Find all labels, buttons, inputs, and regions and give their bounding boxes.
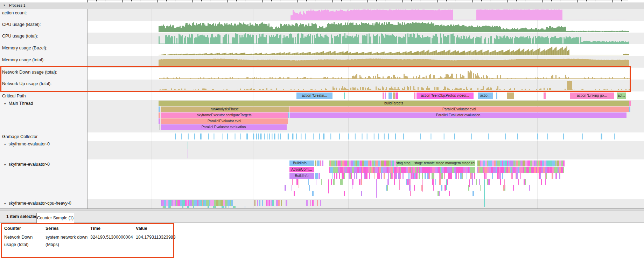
track-label-text: CPU usage (Bazel):	[2, 22, 41, 27]
timeline-span[interactable]: action 'GenObjcProtos video/...	[416, 93, 474, 99]
track-label[interactable]: ▾skyframe-evaluator-0	[4, 142, 50, 146]
collapse-triangle-icon[interactable]: ▾	[4, 202, 6, 205]
timeline-span[interactable]: action 'Linking go...	[570, 93, 614, 99]
collapse-triangle-icon[interactable]: ▾	[4, 2, 5, 8]
cell-counter: Network Down usage (total)	[4, 234, 43, 248]
timeline-span[interactable]: runAnalysisPhase	[161, 107, 289, 112]
track-label[interactable]: action count:	[2, 11, 27, 15]
bottom-tab-bar: 1 item selected. Counter Sample (1)	[0, 211, 644, 223]
timeline-span[interactable]: BuildInfo ...	[289, 160, 314, 166]
timeline-span-sliver[interactable]	[383, 93, 384, 99]
timeline-span[interactable]: buildTargets	[159, 101, 629, 106]
track-label[interactable]: CPU usage (Bazel):	[2, 22, 41, 27]
cell-series: system network down (Mbps)	[46, 234, 88, 248]
timeline-span-sliver[interactable]	[629, 107, 630, 112]
timeline-span-sliver[interactable]	[414, 93, 415, 99]
tab-counter-sample[interactable]: Counter Sample (1)	[36, 213, 74, 224]
cell-value: 184.1793113323983	[136, 234, 173, 241]
timeline-span[interactable]: Parallel Evaluator evaluation	[161, 124, 287, 130]
column-header-counter: Counter	[4, 226, 43, 231]
timeline-span[interactable]: ParallelEvaluator.eval	[289, 107, 629, 112]
panel-splitter[interactable]	[0, 208, 644, 211]
timeline-span-sliver[interactable]	[159, 112, 160, 118]
timeline-span-sliver[interactable]	[320, 160, 321, 166]
track-label-text: skyframe-evaluator-0	[9, 142, 50, 146]
timeline-span[interactable]: action 'Creatin...	[296, 93, 332, 99]
timeline-span-sliver[interactable]	[385, 93, 386, 99]
tab-counter-sample-label: Counter Sample (1)	[37, 215, 74, 220]
track-label[interactable]: Memory usage (Bazel):	[2, 46, 47, 50]
track-label-text: CPU usage (total):	[2, 34, 38, 39]
process-group-header[interactable]: ▾ Process 1	[0, 2, 644, 9]
timeline-span-sliver[interactable]	[159, 107, 160, 112]
track-label-text: action count:	[2, 11, 27, 15]
selection-status: 1 item selected.	[6, 214, 39, 219]
timeline-span[interactable]: stag.stag... stage.remote.stage.managem.…	[396, 160, 475, 166]
track-label-text: Network Up usage (total):	[2, 81, 52, 86]
column-header-value: Value	[136, 226, 173, 231]
track-label-text: Memory usage (Bazel):	[2, 46, 47, 50]
table-header-divider	[2, 233, 172, 233]
track-label[interactable]: Critical Path	[2, 94, 26, 98]
timeline-span-sliver[interactable]	[393, 93, 395, 99]
track-label[interactable]: Network Down usage (total):	[2, 70, 57, 75]
track-label[interactable]: ▾Main Thread	[4, 101, 33, 106]
track-label-text: skyframe-evaluator-cpu-heavy-0	[9, 201, 71, 206]
track-label-text: Memory usage (total):	[2, 57, 45, 62]
track-label[interactable]: Memory usage (total):	[2, 57, 45, 62]
track-label[interactable]: ▾skyframe-evaluator-0	[4, 162, 50, 167]
track-label[interactable]: ▾skyframe-evaluator-cpu-heavy-0	[4, 201, 71, 206]
timeline-span-sliver[interactable]	[629, 101, 631, 106]
collapse-triangle-icon[interactable]: ▾	[4, 143, 6, 146]
collapse-triangle-icon[interactable]: ▾	[4, 163, 6, 166]
track-label-text: Main Thread	[9, 101, 33, 106]
track-label-text: Network Down usage (total):	[2, 70, 57, 75]
column-header-time: Time	[90, 226, 134, 231]
timeline-span[interactable]: actio...	[478, 93, 493, 99]
timeline-span-sliver[interactable]	[388, 93, 392, 99]
timeline-span-sliver[interactable]	[288, 112, 289, 118]
timeline-span-sliver[interactable]	[496, 93, 497, 99]
trace-viewer-window: ▾ Process 1 action count:CPU usage (Baze…	[0, 0, 644, 260]
timeline-span[interactable]: ActionConti...	[289, 167, 314, 172]
timeline-span-sliver[interactable]	[315, 173, 318, 179]
cell-time: 324190.51300000004	[90, 234, 134, 241]
track-label[interactable]: Network Up usage (total):	[2, 81, 52, 86]
timeline-span-sliver[interactable]	[317, 160, 320, 166]
timeline-span-sliver[interactable]	[396, 93, 398, 99]
timeline-span-sliver[interactable]	[507, 93, 514, 99]
timeline-span[interactable]: BuildInfo	[289, 173, 314, 179]
timeline-span-sliver[interactable]	[322, 160, 323, 166]
track-label[interactable]: CPU usage (total):	[2, 34, 38, 39]
collapse-triangle-icon[interactable]: ▾	[4, 102, 6, 105]
track-label-text: Critical Path	[2, 94, 26, 98]
timeline-span-sliver[interactable]	[159, 118, 160, 124]
track-label-text: skyframe-evaluator-0	[9, 162, 50, 167]
process-title: Process 1	[9, 2, 26, 8]
timeline-span-sliver[interactable]	[159, 124, 160, 130]
timeline-span[interactable]: ParallelEvaluator.eval	[161, 118, 288, 124]
timeline-span[interactable]: skyframeExecutor.configureTargets	[161, 112, 288, 118]
timeline-span[interactable]: Parallel Evaluator evaluation	[290, 112, 626, 118]
column-header-series: Series	[46, 226, 88, 231]
timeline-span-sliver[interactable]	[315, 160, 316, 166]
timeline-span-sliver[interactable]	[344, 93, 345, 99]
track-label-text: Garbage Collector	[2, 134, 37, 139]
timeline-span[interactable]: act...	[617, 93, 626, 99]
timeline-span-sliver[interactable]	[318, 173, 320, 179]
timeline-span-sliver[interactable]	[544, 93, 546, 99]
counter-sample-panel: Counter Series Time Value Network Down u…	[0, 223, 644, 260]
track-label[interactable]: Garbage Collector	[2, 134, 37, 139]
